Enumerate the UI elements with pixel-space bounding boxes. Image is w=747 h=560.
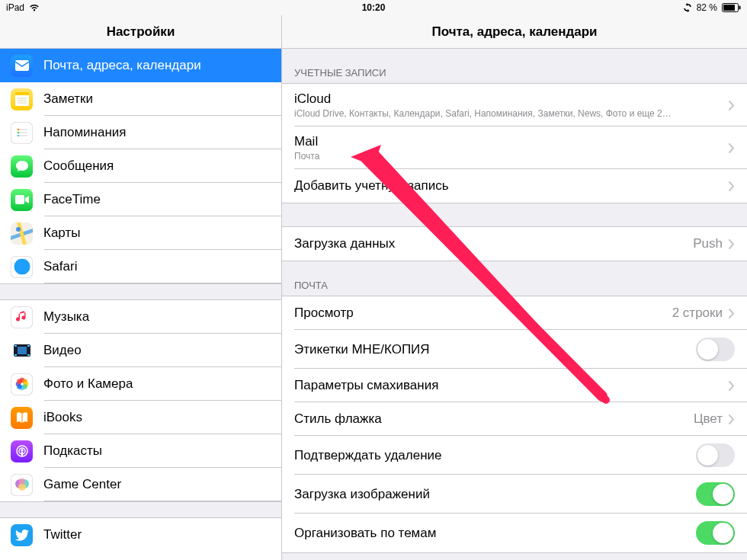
- sidebar-item-label: iBooks: [43, 410, 82, 425]
- svg-rect-28: [27, 354, 30, 356]
- switch-thread[interactable]: [696, 521, 735, 545]
- sidebar-item-twitter[interactable]: Twitter: [0, 518, 281, 552]
- sidebar-item-label: Музыка: [43, 309, 89, 325]
- sync-icon: [683, 3, 692, 12]
- gamecenter-icon: [11, 474, 33, 496]
- chevron-right-icon: [729, 143, 735, 153]
- battery-percent: 82 %: [697, 2, 717, 13]
- row-tocc[interactable]: Этикетки МНЕ/КОПИЯ: [282, 330, 747, 369]
- svg-point-45: [19, 478, 25, 485]
- row-preview[interactable]: Просмотр2 строки: [282, 296, 747, 330]
- row-label: Подтверждать удаление: [294, 448, 696, 463]
- svg-rect-3: [15, 60, 29, 71]
- svg-rect-25: [14, 345, 17, 347]
- sidebar-item-podcasts[interactable]: Подкасты: [0, 434, 281, 468]
- row-subtitle: Почта: [294, 151, 729, 162]
- row-thread[interactable]: Организовать по темам: [282, 514, 747, 552]
- detail-pane: Почта, адреса, календари УЧЕТНЫЕ ЗАПИСИ …: [282, 15, 747, 560]
- chevron-right-icon: [729, 181, 735, 191]
- sidebar-item-notes[interactable]: Заметки: [0, 82, 281, 116]
- switch-tocc[interactable]: [696, 338, 735, 361]
- row-label: Организовать по темам: [294, 526, 696, 541]
- row-value: Push: [693, 236, 723, 251]
- settings-sidebar: Настройки Почта, адреса, календариЗаметк…: [0, 15, 282, 560]
- photos-icon: [11, 373, 33, 395]
- sidebar-item-label: Twitter: [43, 527, 82, 542]
- sidebar-item-gamecenter[interactable]: Game Center: [0, 468, 281, 501]
- row-fetch-new-data[interactable]: Загрузка данных Push: [282, 227, 747, 261]
- sidebar-item-label: Почта, адреса, календари: [43, 58, 201, 73]
- svg-rect-27: [27, 345, 30, 347]
- sidebar-item-label: Game Center: [43, 477, 121, 492]
- device-label: iPad: [6, 2, 24, 13]
- row-label: Загрузка данных: [294, 236, 693, 251]
- row-account[interactable]: iCloudiCloud Drive, Контакты, Календари,…: [282, 84, 747, 126]
- chevron-right-icon: [729, 381, 735, 391]
- fetch-group: Загрузка данных Push: [282, 226, 747, 261]
- sidebar-item-videos[interactable]: Видео: [0, 334, 281, 367]
- sidebar-title: Настройки: [0, 15, 281, 49]
- sidebar-item-safari[interactable]: Safari: [0, 250, 281, 283]
- svg-rect-2: [739, 6, 741, 10]
- sidebar-item-label: Подкасты: [43, 443, 102, 459]
- row-subtitle: iCloud Drive, Контакты, Календари, Safar…: [294, 108, 729, 119]
- status-bar: iPad 10:20 82 %: [0, 0, 747, 15]
- clock: 10:20: [362, 2, 386, 13]
- videos-icon: [11, 340, 33, 362]
- wifi-icon: [29, 4, 40, 11]
- sidebar-item-messages[interactable]: Сообщения: [0, 149, 281, 183]
- row-label: iCloud: [294, 91, 729, 107]
- sidebar-item-ibooks[interactable]: iBooks: [0, 401, 281, 434]
- ibooks-icon: [11, 407, 33, 429]
- sidebar-item-label: Видео: [43, 343, 82, 358]
- safari-icon: [11, 256, 33, 278]
- svg-point-17: [16, 227, 21, 232]
- sidebar-item-music[interactable]: Музыка: [0, 300, 281, 334]
- row-account[interactable]: MailПочта: [282, 126, 747, 169]
- sidebar-item-maps[interactable]: Карты: [0, 216, 281, 250]
- detail-title: Почта, адреса, календари: [282, 15, 747, 49]
- switch-loadimg[interactable]: [696, 482, 735, 506]
- svg-rect-26: [14, 354, 17, 356]
- svg-point-12: [17, 129, 19, 131]
- sidebar-item-facetime[interactable]: FaceTime: [0, 183, 281, 216]
- chevron-right-icon: [729, 101, 735, 110]
- section-header-accounts: УЧЕТНЫЕ ЗАПИСИ: [282, 49, 747, 83]
- reminders-icon: [11, 122, 33, 144]
- sidebar-item-label: Сообщения: [43, 158, 114, 174]
- row-value: 2 строки: [672, 306, 723, 321]
- sidebar-item-photos[interactable]: Фото и Камера: [0, 367, 281, 401]
- row-label: Mail: [294, 134, 729, 149]
- chevron-right-icon: [729, 239, 735, 249]
- row-swipe[interactable]: Параметры смахивания: [282, 369, 747, 402]
- twitter-icon: [11, 524, 33, 546]
- notes-icon: [11, 88, 33, 110]
- svg-rect-29: [18, 347, 27, 354]
- mail-icon: [11, 55, 33, 77]
- sidebar-item-label: Фото и Камера: [43, 376, 133, 392]
- switch-askdelete[interactable]: [696, 443, 735, 467]
- row-label: Этикетки МНЕ/КОПИЯ: [294, 342, 696, 357]
- sidebar-item-reminders[interactable]: Напоминания: [0, 116, 281, 149]
- music-icon: [11, 306, 33, 328]
- row-label: Добавить учетную запись: [294, 178, 729, 194]
- row-add-account[interactable]: Добавить учетную запись: [282, 169, 747, 203]
- row-loadimg[interactable]: Загрузка изображений: [282, 475, 747, 514]
- row-label: Загрузка изображений: [294, 487, 696, 502]
- svg-rect-4: [15, 92, 29, 95]
- svg-point-41: [21, 449, 24, 452]
- maps-icon: [11, 222, 33, 245]
- row-label: Стиль флажка: [294, 411, 694, 427]
- svg-point-37: [17, 379, 22, 384]
- accounts-group: iCloudiCloud Drive, Контакты, Календари,…: [282, 83, 747, 203]
- svg-rect-15: [15, 195, 24, 204]
- svg-rect-1: [723, 5, 735, 11]
- messages-icon: [11, 155, 33, 178]
- chevron-right-icon: [729, 414, 735, 424]
- sidebar-item-label: Напоминания: [43, 125, 127, 140]
- row-flag[interactable]: Стиль флажкаЦвет: [282, 402, 747, 436]
- svg-point-13: [17, 132, 19, 134]
- sidebar-item-label: FaceTime: [43, 192, 101, 207]
- sidebar-item-mail[interactable]: Почта, адреса, календари: [0, 49, 281, 82]
- row-askdelete[interactable]: Подтверждать удаление: [282, 436, 747, 475]
